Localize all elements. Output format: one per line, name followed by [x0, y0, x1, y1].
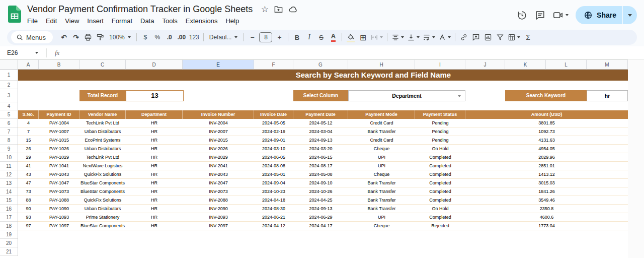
empty-row[interactable]	[18, 102, 628, 110]
cell-invoice-number[interactable]: INV-2097	[183, 222, 254, 230]
cell-sno[interactable]: 88	[18, 196, 39, 204]
cell-payment-id[interactable]: PAY-1041	[39, 162, 79, 170]
cell-payment-id[interactable]: PAY-1047	[39, 179, 79, 187]
cell-invoice-number[interactable]: INV-2088	[183, 196, 254, 204]
bold-button[interactable]: B	[291, 31, 303, 43]
cell-payment-id[interactable]: PAY-1026	[39, 145, 79, 153]
cell-payment-status[interactable]: Pending	[415, 127, 465, 136]
banner-title[interactable]: Search by Search Keyword and Field Name	[18, 70, 628, 81]
undo-button[interactable]: ↶	[58, 31, 70, 43]
cell-payment-mode[interactable]: Bank Transfer	[348, 196, 415, 204]
cell-payment-status[interactable]: Rejected	[415, 222, 465, 230]
row-header[interactable]: 4	[0, 102, 18, 110]
cell-vendor-name[interactable]: TechLink Pvt Ltd	[79, 119, 126, 127]
column-header[interactable]: J	[465, 59, 505, 70]
increase-font-size-button[interactable]: +	[273, 31, 285, 43]
cell-payment-status[interactable]: Pending	[415, 136, 465, 144]
document-title[interactable]: Vendor Payment Confirmation Tracker in G…	[27, 4, 253, 15]
cell-invoice-number[interactable]: INV-2007	[183, 127, 254, 136]
column-header[interactable]: C	[79, 59, 126, 70]
horizontal-align-button[interactable]	[390, 31, 406, 43]
cell-payment-status[interactable]: Completed	[415, 196, 465, 204]
cell-payment-mode[interactable]: Bank Transfer	[348, 205, 415, 213]
menu-item[interactable]: Format	[108, 16, 136, 26]
column-header[interactable]: D	[126, 59, 183, 70]
cell-invoice-date[interactable]: 2024-05-01	[254, 170, 293, 178]
menu-item[interactable]: Extensions	[182, 16, 222, 26]
header-invoice-date[interactable]: Invoice Date	[254, 110, 293, 119]
format-currency-button[interactable]: $	[139, 31, 151, 43]
cell-payment-mode[interactable]: Cheque	[348, 222, 415, 230]
borders-button[interactable]: ⊞	[357, 31, 369, 43]
cell-amount[interactable]: 2350.8	[465, 205, 628, 213]
more-formats-button[interactable]: 123	[188, 31, 201, 43]
insert-chart-button[interactable]	[482, 31, 494, 43]
search-keyword-input[interactable]: hr	[587, 90, 628, 101]
header-department[interactable]: Department	[126, 110, 183, 119]
menu-item[interactable]: View	[61, 16, 83, 26]
cell-department[interactable]: HR	[126, 145, 183, 153]
share-button[interactable]: Share	[576, 6, 637, 24]
cell-department[interactable]: HR	[126, 205, 183, 213]
cell-vendor-name[interactable]: Urban Distributors	[79, 127, 126, 136]
cell-payment-id[interactable]: PAY-1007	[39, 127, 79, 136]
cell-payment-status[interactable]: Completed	[415, 213, 465, 221]
cell-vendor-name[interactable]: Urban Distributors	[79, 205, 126, 213]
cell-payment-date[interactable]: 2024-09-10	[293, 179, 348, 187]
cell-payment-mode[interactable]: Credit Card	[348, 136, 415, 144]
column-header[interactable]: E	[183, 59, 254, 70]
cell-department[interactable]: HR	[126, 136, 183, 144]
cell-payment-id[interactable]: PAY-1088	[39, 196, 79, 204]
cell-sno[interactable]: 97	[18, 222, 39, 230]
menu-item[interactable]: Help	[221, 16, 243, 26]
cell-invoice-number[interactable]: INV-2093	[183, 213, 254, 221]
cell-payment-date[interactable]: 2024-06-15	[293, 153, 348, 161]
row-header[interactable]: 12	[0, 170, 18, 179]
menu-item[interactable]: Insert	[83, 16, 108, 26]
cell-department[interactable]: HR	[126, 187, 183, 196]
name-box[interactable]: E26	[0, 49, 43, 56]
row-header[interactable]: 5	[0, 110, 18, 119]
vertical-align-button[interactable]	[406, 31, 421, 43]
share-dropdown[interactable]	[623, 6, 637, 24]
menu-item[interactable]: File	[23, 16, 42, 26]
meet-button[interactable]	[552, 10, 569, 21]
cell-payment-date[interactable]: 2024-09-13	[293, 205, 348, 213]
move-folder-icon[interactable]	[274, 5, 283, 14]
row-header[interactable]: 13	[0, 179, 18, 187]
row-header[interactable]: 20	[0, 239, 18, 247]
cell-vendor-name[interactable]: QuickFix Solutions	[79, 196, 126, 204]
cell-amount[interactable]: 2029.96	[465, 153, 628, 161]
cell-invoice-number[interactable]: INV-2029	[183, 153, 254, 161]
cell-payment-status[interactable]: Completed	[415, 153, 465, 161]
cell-payment-date[interactable]: 2024-05-08	[293, 170, 348, 178]
cell-payment-date[interactable]: 2024-04-17	[293, 222, 348, 230]
italic-button[interactable]: I	[303, 31, 315, 43]
cell-invoice-date[interactable]: 2024-05-05	[254, 119, 293, 127]
insert-comment-button[interactable]	[470, 31, 482, 43]
redo-button[interactable]: ↷	[70, 31, 82, 43]
empty-row[interactable]	[18, 81, 628, 89]
menu-item[interactable]: Edit	[42, 16, 61, 26]
cell-invoice-date[interactable]: 2024-08-30	[254, 205, 293, 213]
cell-invoice-date[interactable]: 2024-09-01	[254, 136, 293, 144]
functions-button[interactable]: Σ	[522, 31, 534, 43]
cell-invoice-number[interactable]: INV-2073	[183, 187, 254, 196]
column-header[interactable]: M	[587, 59, 628, 70]
font-size-input[interactable]: 8	[259, 32, 272, 42]
cell-vendor-name[interactable]: EcoPrint Systems	[79, 136, 126, 144]
decrease-font-size-button[interactable]: −	[246, 31, 258, 43]
cell-sno[interactable]: 47	[18, 179, 39, 187]
column-header[interactable]: I	[415, 59, 465, 70]
cell-payment-id[interactable]: PAY-1004	[39, 119, 79, 127]
cell-invoice-number[interactable]: INV-2090	[183, 205, 254, 213]
cell-amount[interactable]: 1413.12	[465, 170, 628, 178]
cell-invoice-number[interactable]: INV-2026	[183, 145, 254, 153]
cell-payment-mode[interactable]: Bank Transfer	[348, 127, 415, 136]
cell-payment-status[interactable]: Pending	[415, 119, 465, 127]
cell-vendor-name[interactable]: BlueStar Components	[79, 187, 126, 196]
chevron-down-icon[interactable]	[458, 95, 461, 97]
column-header[interactable]: B	[39, 59, 79, 70]
cell-sno[interactable]: 41	[18, 162, 39, 170]
row-header[interactable]: 7	[0, 127, 18, 136]
